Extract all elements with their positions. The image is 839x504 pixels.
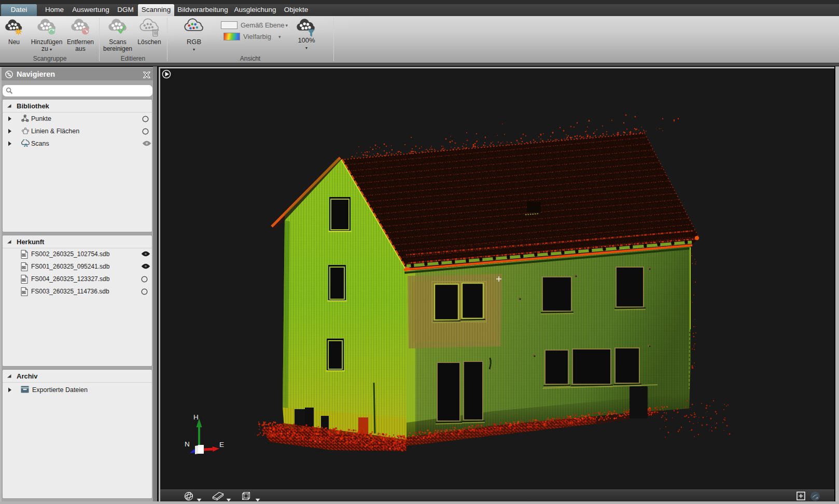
svg-text:SDB: SDB xyxy=(21,291,26,294)
svg-text:SDB: SDB xyxy=(21,279,26,282)
svg-text:SDB: SDB xyxy=(21,267,26,269)
svg-text:E: E xyxy=(219,441,224,449)
svg-text:SDB: SDB xyxy=(21,254,26,257)
svg-text:H: H xyxy=(193,413,199,421)
svg-text:N: N xyxy=(185,440,190,448)
